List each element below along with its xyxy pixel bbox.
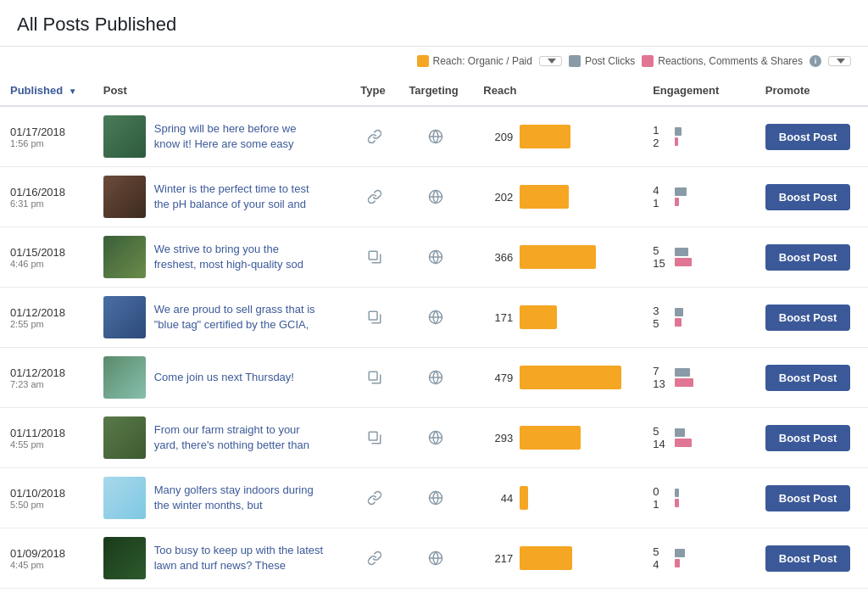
promote-cell: Boost Post [755, 288, 868, 348]
date-cell: 01/09/2018 4:45 pm [0, 528, 93, 589]
reach-number: 44 [483, 492, 513, 505]
table-row: 01/15/2018 4:46 pm We strive to bring yo… [0, 227, 868, 288]
engagement-numbers: 0 1 [653, 485, 670, 511]
post-content: Spring will be here before we know it! H… [103, 115, 324, 158]
eng-bot: 5 [653, 317, 670, 330]
table-row: 01/12/2018 2:55 pm We are proud to sell … [0, 288, 868, 348]
post-text[interactable]: Many golfers stay indoors during the win… [154, 483, 324, 513]
post-text[interactable]: Come join us next Thursday! [154, 370, 294, 385]
col-targeting: Targeting [398, 75, 473, 106]
eng-bar-row-blue [675, 248, 692, 256]
reach-bar [520, 486, 528, 510]
reach-bar-wrap [520, 185, 632, 209]
reach-number: 202 [483, 191, 513, 204]
post-text[interactable]: From our farm straight to your yard, the… [154, 422, 324, 453]
svg-rect-14 [103, 356, 146, 399]
date-time: 2:55 pm [10, 319, 83, 329]
reach-number: 479 [483, 372, 513, 384]
reach-content: 202 [483, 185, 632, 209]
eng-top: 5 [653, 425, 670, 438]
boost-post-button[interactable]: Boost Post [765, 124, 851, 150]
type-cell [350, 528, 398, 589]
engagement-cell: 0 1 [643, 468, 755, 528]
reach-content: 44 [483, 486, 632, 510]
date-main: 01/12/2018 [10, 306, 83, 319]
engagement-numbers: 1 2 [653, 124, 670, 149]
post-cell: Come join us next Thursday! [93, 348, 351, 408]
boost-post-button[interactable]: Boost Post [765, 365, 851, 391]
type-icon [360, 490, 388, 506]
boost-post-button[interactable]: Boost Post [765, 244, 851, 271]
eng-top: 4 [653, 184, 670, 197]
reactions-bar [675, 439, 692, 447]
eng-bot: 15 [653, 257, 670, 270]
type-cell [350, 408, 398, 468]
date-cell: 01/10/2018 5:50 pm [0, 468, 93, 528]
eng-bar-row-blue [675, 489, 679, 497]
reactions-dropdown-button[interactable] [828, 56, 851, 66]
post-text[interactable]: Winter is the perfect time to test the p… [154, 182, 324, 212]
date-main: 01/10/2018 [10, 487, 83, 500]
col-published[interactable]: Published ▼ [0, 75, 93, 106]
post-clicks-bar [675, 549, 685, 557]
engagement-cell: 5 15 [643, 227, 755, 288]
eng-bar-row-blue [675, 549, 685, 557]
reach-bar-wrap [520, 426, 632, 450]
promote-cell: Boost Post [755, 348, 868, 408]
boost-post-button[interactable]: Boost Post [765, 545, 851, 572]
reach-bar [520, 426, 581, 450]
sort-arrow: ▼ [69, 87, 77, 96]
table-body: 01/17/2018 1:56 pm Spring will be here b… [0, 106, 868, 589]
post-text[interactable]: We strive to bring you the freshest, mos… [154, 242, 324, 272]
reach-dropdown-button[interactable] [539, 56, 562, 66]
legend-post-clicks: Post Clicks [569, 55, 635, 67]
reactions-bar [675, 559, 680, 567]
targeting-cell [398, 348, 473, 408]
eng-top: 3 [653, 305, 670, 317]
svg-rect-3 [103, 176, 146, 218]
page-title: All Posts Published [17, 14, 851, 36]
boost-post-button[interactable]: Boost Post [765, 425, 851, 451]
globe-icon [409, 370, 463, 385]
post-thumbnail [103, 176, 146, 218]
boost-post-button[interactable]: Boost Post [765, 184, 851, 210]
targeting-cell [398, 528, 473, 589]
boost-post-button[interactable]: Boost Post [765, 485, 851, 511]
eng-bar-row-blue [675, 308, 683, 316]
legend-reach: Reach: Organic / Paid [417, 55, 532, 67]
reach-cell: 202 [473, 167, 643, 227]
boost-post-button[interactable]: Boost Post [765, 305, 851, 331]
svg-rect-18 [103, 416, 146, 459]
date-cell: 01/17/2018 1:56 pm [0, 106, 93, 167]
engagement-bars [675, 549, 685, 567]
engagement-content: 5 4 [653, 545, 745, 571]
date-time: 4:55 pm [10, 439, 83, 450]
post-text[interactable]: Spring will be here before we know it! H… [154, 121, 324, 152]
post-text[interactable]: Too busy to keep up with the latest lawn… [154, 543, 324, 573]
table-row: 01/09/2018 4:45 pm Too busy to keep up w… [0, 528, 868, 589]
post-text[interactable]: We are proud to sell grass that is "blue… [154, 302, 324, 333]
post-thumbnail [103, 477, 146, 519]
globe-icon [409, 249, 463, 265]
targeting-cell [398, 106, 473, 167]
post-clicks-label: Post Clicks [585, 55, 635, 67]
reach-cell: 479 [473, 348, 643, 408]
reach-bar-wrap [520, 486, 632, 510]
date-time: 1:56 pm [10, 138, 83, 148]
date-main: 01/11/2018 [10, 427, 83, 439]
date-time: 4:46 pm [10, 259, 83, 269]
svg-rect-19 [369, 432, 377, 440]
engagement-content: 3 5 [653, 305, 745, 330]
eng-bot: 14 [653, 438, 670, 450]
engagement-cell: 5 4 [643, 528, 755, 589]
engagement-content: 7 13 [653, 365, 745, 390]
date-time: 7:23 am [10, 379, 83, 389]
reach-cell: 209 [473, 106, 643, 167]
date-time: 5:50 pm [10, 500, 83, 510]
reach-content: 209 [483, 125, 632, 148]
eng-bot: 2 [653, 137, 670, 149]
reach-number: 209 [483, 131, 513, 143]
reach-bar-wrap [520, 366, 632, 389]
reactions-bar [675, 499, 679, 507]
engagement-content: 5 14 [653, 425, 745, 450]
